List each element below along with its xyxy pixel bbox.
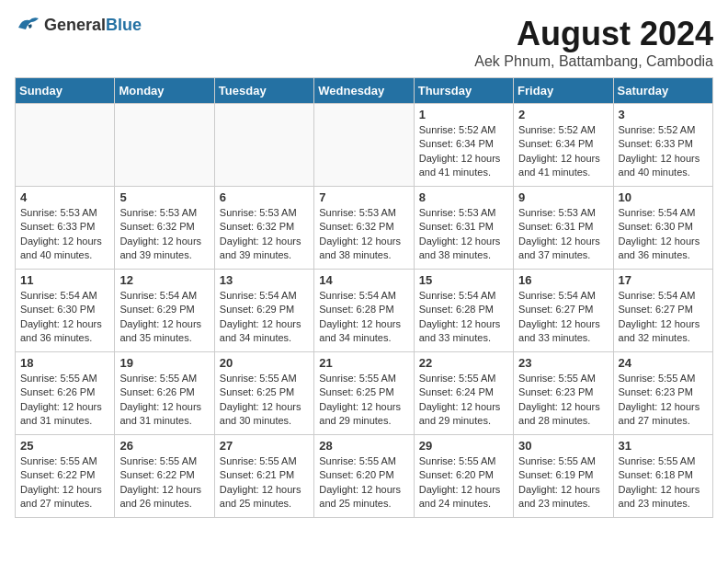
calendar-cell: 27Sunrise: 5:55 AM Sunset: 6:21 PM Dayli… (214, 435, 313, 518)
calendar-cell: 28Sunrise: 5:55 AM Sunset: 6:20 PM Dayli… (314, 435, 414, 518)
day-number: 7 (319, 190, 408, 204)
day-number: 26 (119, 439, 209, 453)
calendar-cell: 9Sunrise: 5:53 AM Sunset: 6:31 PM Daylig… (514, 187, 613, 270)
day-info: Sunrise: 5:55 AM Sunset: 6:26 PM Dayligh… (119, 372, 209, 429)
day-number: 1 (419, 108, 508, 121)
calendar-cell: 1Sunrise: 5:52 AM Sunset: 6:34 PM Daylig… (414, 104, 513, 187)
calendar-cell: 4Sunrise: 5:53 AM Sunset: 6:33 PM Daylig… (16, 187, 115, 270)
day-info: Sunrise: 5:55 AM Sunset: 6:22 PM Dayligh… (119, 454, 209, 511)
day-number: 5 (119, 190, 209, 204)
day-number: 12 (119, 273, 209, 287)
calendar-week-1: 1Sunrise: 5:52 AM Sunset: 6:34 PM Daylig… (16, 104, 713, 187)
day-info: Sunrise: 5:55 AM Sunset: 6:25 PM Dayligh… (220, 372, 309, 429)
calendar-table: SundayMondayTuesdayWednesdayThursdayFrid… (15, 77, 713, 518)
day-header-sunday: Sunday (16, 78, 115, 104)
day-number: 17 (619, 273, 708, 287)
day-number: 11 (20, 273, 109, 287)
calendar-cell: 29Sunrise: 5:55 AM Sunset: 6:20 PM Dayli… (414, 435, 513, 518)
calendar-cell: 20Sunrise: 5:55 AM Sunset: 6:25 PM Dayli… (214, 352, 313, 435)
calendar-cell: 23Sunrise: 5:55 AM Sunset: 6:23 PM Dayli… (514, 352, 613, 435)
day-info: Sunrise: 5:55 AM Sunset: 6:23 PM Dayligh… (619, 372, 708, 429)
calendar-cell: 17Sunrise: 5:54 AM Sunset: 6:27 PM Dayli… (613, 270, 712, 352)
day-info: Sunrise: 5:54 AM Sunset: 6:29 PM Dayligh… (119, 289, 209, 346)
day-number: 8 (419, 190, 508, 204)
day-info: Sunrise: 5:54 AM Sunset: 6:27 PM Dayligh… (619, 289, 708, 346)
calendar-cell (16, 104, 115, 187)
day-number: 19 (119, 356, 209, 370)
calendar-title: August 2024 (474, 15, 713, 53)
calendar-cell: 31Sunrise: 5:55 AM Sunset: 6:18 PM Dayli… (613, 435, 712, 518)
calendar-week-5: 25Sunrise: 5:55 AM Sunset: 6:22 PM Dayli… (16, 435, 713, 518)
calendar-header-row: SundayMondayTuesdayWednesdayThursdayFrid… (16, 78, 713, 104)
day-header-saturday: Saturday (613, 78, 712, 104)
day-number: 21 (319, 356, 408, 370)
day-info: Sunrise: 5:52 AM Sunset: 6:34 PM Dayligh… (518, 123, 608, 180)
calendar-cell: 26Sunrise: 5:55 AM Sunset: 6:22 PM Dayli… (115, 435, 214, 518)
day-number: 15 (419, 273, 508, 287)
logo-general: General (44, 16, 106, 34)
title-section: August 2024 Aek Phnum, Battambang, Cambo… (474, 15, 713, 70)
calendar-week-3: 11Sunrise: 5:54 AM Sunset: 6:30 PM Dayli… (16, 270, 713, 352)
day-info: Sunrise: 5:53 AM Sunset: 6:32 PM Dayligh… (220, 206, 309, 263)
day-header-monday: Monday (115, 78, 214, 104)
day-number: 29 (419, 439, 508, 453)
calendar-cell (314, 104, 414, 187)
calendar-cell: 3Sunrise: 5:52 AM Sunset: 6:33 PM Daylig… (613, 104, 712, 187)
calendar-cell: 2Sunrise: 5:52 AM Sunset: 6:34 PM Daylig… (514, 104, 613, 187)
calendar-cell (214, 104, 313, 187)
day-info: Sunrise: 5:54 AM Sunset: 6:30 PM Dayligh… (619, 206, 708, 263)
day-number: 30 (518, 439, 608, 453)
day-info: Sunrise: 5:53 AM Sunset: 6:32 PM Dayligh… (119, 206, 209, 263)
calendar-cell: 24Sunrise: 5:55 AM Sunset: 6:23 PM Dayli… (613, 352, 712, 435)
calendar-cell: 8Sunrise: 5:53 AM Sunset: 6:31 PM Daylig… (414, 187, 513, 270)
day-info: Sunrise: 5:55 AM Sunset: 6:21 PM Dayligh… (220, 454, 309, 511)
calendar-subtitle: Aek Phnum, Battambang, Cambodia (474, 53, 713, 70)
day-info: Sunrise: 5:54 AM Sunset: 6:27 PM Dayligh… (518, 289, 608, 346)
day-number: 6 (220, 190, 309, 204)
day-info: Sunrise: 5:53 AM Sunset: 6:33 PM Dayligh… (20, 206, 109, 263)
day-info: Sunrise: 5:55 AM Sunset: 6:20 PM Dayligh… (419, 454, 508, 511)
day-number: 3 (619, 108, 708, 121)
day-number: 13 (220, 273, 309, 287)
calendar-cell: 13Sunrise: 5:54 AM Sunset: 6:29 PM Dayli… (214, 270, 313, 352)
day-info: Sunrise: 5:55 AM Sunset: 6:19 PM Dayligh… (518, 454, 608, 511)
day-number: 2 (518, 108, 608, 121)
day-info: Sunrise: 5:52 AM Sunset: 6:34 PM Dayligh… (419, 123, 508, 180)
logo-blue: Blue (106, 16, 142, 34)
calendar-cell: 16Sunrise: 5:54 AM Sunset: 6:27 PM Dayli… (514, 270, 613, 352)
day-number: 27 (220, 439, 309, 453)
calendar-cell: 18Sunrise: 5:55 AM Sunset: 6:26 PM Dayli… (16, 352, 115, 435)
day-number: 23 (518, 356, 608, 370)
day-number: 28 (319, 439, 408, 453)
day-number: 24 (619, 356, 708, 370)
calendar-cell: 10Sunrise: 5:54 AM Sunset: 6:30 PM Dayli… (613, 187, 712, 270)
calendar-cell: 25Sunrise: 5:55 AM Sunset: 6:22 PM Dayli… (16, 435, 115, 518)
calendar-cell: 19Sunrise: 5:55 AM Sunset: 6:26 PM Dayli… (115, 352, 214, 435)
day-number: 10 (619, 190, 708, 204)
calendar-cell: 12Sunrise: 5:54 AM Sunset: 6:29 PM Dayli… (115, 270, 214, 352)
calendar-cell: 30Sunrise: 5:55 AM Sunset: 6:19 PM Dayli… (514, 435, 613, 518)
day-info: Sunrise: 5:55 AM Sunset: 6:25 PM Dayligh… (319, 372, 408, 429)
day-info: Sunrise: 5:54 AM Sunset: 6:29 PM Dayligh… (220, 289, 309, 346)
day-info: Sunrise: 5:54 AM Sunset: 6:28 PM Dayligh… (319, 289, 408, 346)
calendar-cell (115, 104, 214, 187)
day-number: 31 (619, 439, 708, 453)
day-info: Sunrise: 5:55 AM Sunset: 6:24 PM Dayligh… (419, 372, 508, 429)
day-info: Sunrise: 5:55 AM Sunset: 6:22 PM Dayligh… (20, 454, 109, 511)
day-number: 9 (518, 190, 608, 204)
day-header-tuesday: Tuesday (214, 78, 313, 104)
day-info: Sunrise: 5:53 AM Sunset: 6:32 PM Dayligh… (319, 206, 408, 263)
calendar-body: 1Sunrise: 5:52 AM Sunset: 6:34 PM Daylig… (16, 104, 713, 518)
day-number: 14 (319, 273, 408, 287)
day-info: Sunrise: 5:54 AM Sunset: 6:28 PM Dayligh… (419, 289, 508, 346)
day-header-thursday: Thursday (414, 78, 513, 104)
day-info: Sunrise: 5:54 AM Sunset: 6:30 PM Dayligh… (20, 289, 109, 346)
day-number: 4 (20, 190, 109, 204)
page-header: GeneralBlue August 2024 Aek Phnum, Batta… (15, 15, 713, 70)
day-info: Sunrise: 5:55 AM Sunset: 6:18 PM Dayligh… (619, 454, 708, 511)
day-info: Sunrise: 5:53 AM Sunset: 6:31 PM Dayligh… (518, 206, 608, 263)
day-info: Sunrise: 5:55 AM Sunset: 6:20 PM Dayligh… (319, 454, 408, 511)
calendar-cell: 11Sunrise: 5:54 AM Sunset: 6:30 PM Dayli… (16, 270, 115, 352)
day-header-wednesday: Wednesday (314, 78, 414, 104)
calendar-cell: 22Sunrise: 5:55 AM Sunset: 6:24 PM Dayli… (414, 352, 513, 435)
